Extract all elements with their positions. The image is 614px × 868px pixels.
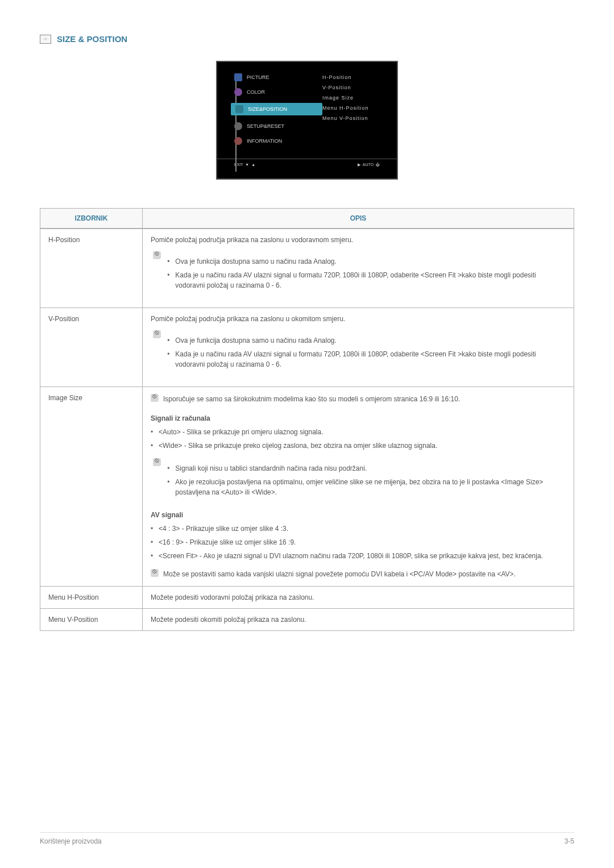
menu-desc: Možete podesiti vodoravni položaj prikaz… bbox=[143, 587, 574, 609]
sizeposition-icon bbox=[235, 105, 243, 113]
page-footer: Korištenje proizvoda 3-5 bbox=[40, 832, 574, 845]
subheading: AV signali bbox=[151, 511, 566, 519]
note-icon bbox=[153, 251, 161, 259]
osd-subitem: Image Size bbox=[322, 95, 369, 101]
setup-icon bbox=[234, 122, 242, 130]
osd-main-item: COLOR bbox=[234, 88, 322, 96]
osd-menu: PICTURE COLOR SIZE&POSITION SETUP&RESET … bbox=[216, 61, 398, 180]
note-icon bbox=[153, 458, 161, 466]
osd-subitem: Menu H-Position bbox=[322, 105, 369, 111]
table-row: V-Position Pomiče položaj područja prika… bbox=[40, 308, 574, 387]
av-signal-list: <4 : 3> - Prikazuje slike uz omjer slike… bbox=[151, 524, 566, 561]
table-row: Image Size Isporučuje se samo sa širokok… bbox=[40, 387, 574, 587]
note-icon bbox=[151, 569, 159, 577]
osd-main-item-selected: SIZE&POSITION bbox=[231, 103, 322, 115]
osd-subitem: H-Position bbox=[322, 74, 369, 80]
note-icon bbox=[153, 330, 161, 338]
osd-subitem: V-Position bbox=[322, 85, 369, 90]
note-block: Signali koji nisu u tablici standardnih … bbox=[151, 458, 566, 501]
size-position-icon: ▫▫ bbox=[40, 35, 51, 44]
menu-name: H-Position bbox=[40, 229, 143, 308]
menu-desc: Pomiče položaj područja prikaza na zaslo… bbox=[143, 229, 574, 308]
table-header-menu: IZBORNIK bbox=[40, 209, 143, 229]
settings-table: IZBORNIK OPIS H-Position Pomiče položaj … bbox=[40, 208, 574, 631]
table-row: Menu V-Position Možete podesiti okomiti … bbox=[40, 609, 574, 631]
table-row: H-Position Pomiče položaj područja prika… bbox=[40, 229, 574, 308]
note-block: Ova je funkcija dostupna samo u načinu r… bbox=[151, 251, 566, 294]
menu-desc: Možete podesiti okomiti položaj prikaza … bbox=[143, 609, 574, 631]
osd-main-item: SETUP&RESET bbox=[234, 122, 322, 130]
menu-desc: Isporučuje se samo sa širokokutnim model… bbox=[143, 387, 574, 587]
menu-name: Menu V-Position bbox=[40, 609, 143, 631]
menu-name: Menu H-Position bbox=[40, 587, 143, 609]
osd-footer-right: ▶ AUTO ⏻ bbox=[358, 163, 380, 167]
note-block: Ova je funkcija dostupna samo u načinu r… bbox=[151, 330, 566, 373]
osd-right-column: H-Position V-Position Image Size Menu H-… bbox=[322, 73, 369, 152]
table-header-desc: OPIS bbox=[143, 209, 574, 229]
menu-name: Image Size bbox=[40, 387, 143, 587]
osd-footer: EXIT ▼ ▲ ▶ AUTO ⏻ bbox=[217, 159, 397, 167]
table-row: Menu H-Position Možete podesiti vodoravn… bbox=[40, 587, 574, 609]
footer-left: Korištenje proizvoda bbox=[40, 837, 102, 845]
subheading: Signali iz računala bbox=[151, 414, 566, 422]
menu-name: V-Position bbox=[40, 308, 143, 387]
osd-left-column: PICTURE COLOR SIZE&POSITION SETUP&RESET … bbox=[217, 73, 322, 152]
section-title: SIZE & POSITION bbox=[57, 34, 127, 44]
section-header: ▫▫ SIZE & POSITION bbox=[40, 34, 574, 44]
note-block: Isporučuje se samo sa širokokutnim model… bbox=[151, 394, 566, 404]
info-icon bbox=[234, 137, 242, 145]
pc-signal-list: <Auto> - Slika se prikazuje pri omjeru u… bbox=[151, 427, 566, 451]
menu-desc: Pomiče položaj područja prikaza na zaslo… bbox=[143, 308, 574, 387]
osd-main-item: PICTURE bbox=[234, 73, 322, 81]
note-block: Može se postaviti samo kada vanjski ulaz… bbox=[151, 569, 566, 579]
osd-main-item: INFORMATION bbox=[234, 137, 322, 145]
osd-footer-left: EXIT ▼ ▲ bbox=[234, 163, 255, 167]
footer-right: 3-5 bbox=[565, 837, 574, 845]
color-icon bbox=[234, 88, 242, 96]
osd-subitem: Menu V-Position bbox=[322, 115, 369, 121]
picture-icon bbox=[234, 73, 242, 81]
note-icon bbox=[151, 394, 159, 402]
